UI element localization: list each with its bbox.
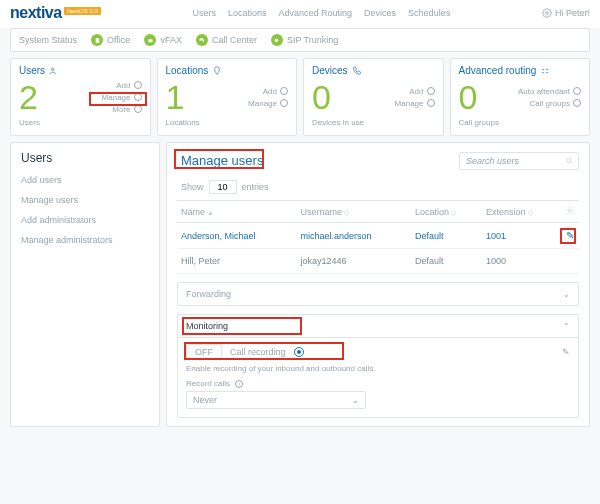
logo: nextiva NextOS 3.0 — [10, 4, 101, 22]
locations-manage-link[interactable]: Manage — [248, 99, 288, 108]
content-panel: Manage users Search users Show entries N… — [166, 142, 590, 427]
building-icon — [91, 34, 103, 46]
arrow-icon — [134, 105, 142, 113]
chevron-down-icon: ⌄ — [563, 290, 570, 299]
edit-row-icon[interactable]: ✎ — [566, 230, 574, 241]
entries-count-input[interactable] — [209, 180, 237, 194]
col-name[interactable]: Name▲ — [177, 201, 297, 223]
page-title: Manage users — [177, 151, 267, 170]
side-manage-admins[interactable]: Manage administrators — [21, 235, 149, 245]
info-icon[interactable]: i — [235, 380, 243, 388]
top-nav: Users Locations Advanced Routing Devices… — [192, 8, 450, 18]
record-select[interactable]: Never ⌄ — [186, 391, 366, 409]
nav-locations[interactable]: Locations — [228, 8, 267, 18]
record-label: Record calls — [186, 379, 230, 388]
table-row[interactable]: Hill, Peter jokay12446 Default 1000 — [177, 249, 579, 274]
phone-icon — [352, 66, 362, 76]
locations-count: 1 — [166, 80, 185, 114]
svg-rect-2 — [148, 39, 152, 42]
tab-sip[interactable]: SIP Trunking — [271, 34, 338, 46]
chevron-up-icon: ⌃ — [563, 322, 570, 331]
table-row[interactable]: Anderson, Michael michael.anderson Defau… — [177, 223, 579, 249]
routing-icon — [540, 66, 550, 76]
svg-point-0 — [546, 12, 549, 15]
headset-icon — [196, 34, 208, 46]
plus-icon — [134, 81, 142, 89]
system-status[interactable]: System Status — [19, 35, 77, 45]
routing-aa-link[interactable]: Auto attendant — [518, 87, 581, 96]
gear-icon — [542, 8, 552, 18]
users-add-link[interactable]: Add — [116, 81, 141, 90]
users-table: Name▲ Username◇ Location◇ Extension◇ And… — [177, 200, 579, 274]
sort-asc-icon: ▲ — [207, 209, 214, 216]
routing-cg-link[interactable]: Call groups — [530, 99, 581, 108]
forwarding-header[interactable]: Forwarding ⌄ — [178, 283, 578, 305]
nav-routing[interactable]: Advanced Routing — [279, 8, 353, 18]
svg-point-3 — [275, 38, 279, 42]
search-icon — [565, 156, 574, 165]
users-icon — [49, 66, 59, 76]
svg-line-6 — [571, 162, 573, 164]
stat-cards: Users 2 Add Manage More Users Locations … — [10, 58, 590, 136]
tab-office[interactable]: Office — [91, 34, 130, 46]
col-username[interactable]: Username◇ — [297, 201, 411, 223]
card-users-title: Users — [19, 65, 142, 76]
toggle-off-button[interactable]: OFF — [186, 344, 222, 360]
section-forwarding: Forwarding ⌄ — [177, 282, 579, 306]
arrow-icon — [134, 93, 142, 101]
routing-count: 0 — [459, 80, 478, 114]
svg-point-5 — [567, 158, 572, 163]
card-locations: Locations 1 Add Manage Locations — [157, 58, 298, 136]
sub-nav: System Status Office vFAX Call Center SI… — [10, 28, 590, 52]
users-count: 2 — [19, 80, 38, 114]
col-extension[interactable]: Extension◇ — [482, 201, 561, 223]
card-routing: Advanced routing 0 Auto attendant Call g… — [450, 58, 591, 136]
side-manage-users[interactable]: Manage users — [21, 195, 149, 205]
app-header: nextiva NextOS 3.0 Users Locations Advan… — [0, 0, 600, 28]
svg-rect-1 — [95, 38, 99, 43]
logo-text: nextiva — [10, 4, 62, 22]
users-manage-link[interactable]: Manage — [102, 93, 142, 102]
tab-callcenter[interactable]: Call Center — [196, 34, 257, 46]
edit-feature-icon[interactable]: ✎ — [562, 347, 570, 357]
nav-users[interactable]: Users — [192, 8, 216, 18]
locations-add-link[interactable]: Add — [263, 87, 288, 96]
entries-control: Show entries — [181, 180, 579, 194]
search-input[interactable]: Search users — [459, 152, 579, 170]
sidebar: Users Add users Manage users Add adminis… — [10, 142, 160, 427]
user-greeting[interactable]: Hi Peter! — [542, 8, 590, 18]
svg-point-4 — [52, 68, 55, 71]
tab-vfax[interactable]: vFAX — [144, 34, 182, 46]
gear-icon — [565, 206, 574, 215]
devices-manage-link[interactable]: Manage — [395, 99, 435, 108]
sort-icon: ◇ — [344, 209, 349, 216]
devices-count: 0 — [312, 80, 331, 114]
radio-selected-icon[interactable] — [294, 347, 304, 357]
side-add-admins[interactable]: Add administrators — [21, 215, 149, 225]
fax-icon — [144, 34, 156, 46]
col-actions — [561, 201, 579, 223]
svg-point-7 — [568, 209, 570, 211]
devices-add-link[interactable]: Add — [409, 87, 434, 96]
col-location[interactable]: Location◇ — [411, 201, 482, 223]
feature-label: Call recording — [230, 347, 286, 357]
section-monitoring: Monitoring ⌃ OFF Call recording ✎ Enable… — [177, 314, 579, 418]
feature-hint: Enable recording of your inbound and out… — [186, 364, 570, 373]
sip-icon — [271, 34, 283, 46]
users-sub: Users — [19, 118, 142, 127]
side-add-users[interactable]: Add users — [21, 175, 149, 185]
sidebar-title: Users — [21, 151, 149, 165]
highlight-edit — [560, 228, 576, 244]
monitoring-header[interactable]: Monitoring ⌃ — [178, 315, 578, 337]
chevron-down-icon: ⌄ — [352, 396, 359, 405]
greeting-text: Hi Peter! — [555, 8, 590, 18]
nav-schedules[interactable]: Schedules — [408, 8, 450, 18]
card-users: Users 2 Add Manage More Users — [10, 58, 151, 136]
pin-icon — [212, 66, 222, 76]
nav-devices[interactable]: Devices — [364, 8, 396, 18]
logo-tag: NextOS 3.0 — [64, 7, 101, 15]
users-more-link[interactable]: More — [112, 105, 141, 114]
card-devices: Devices 0 Add Manage Devices in use — [303, 58, 444, 136]
